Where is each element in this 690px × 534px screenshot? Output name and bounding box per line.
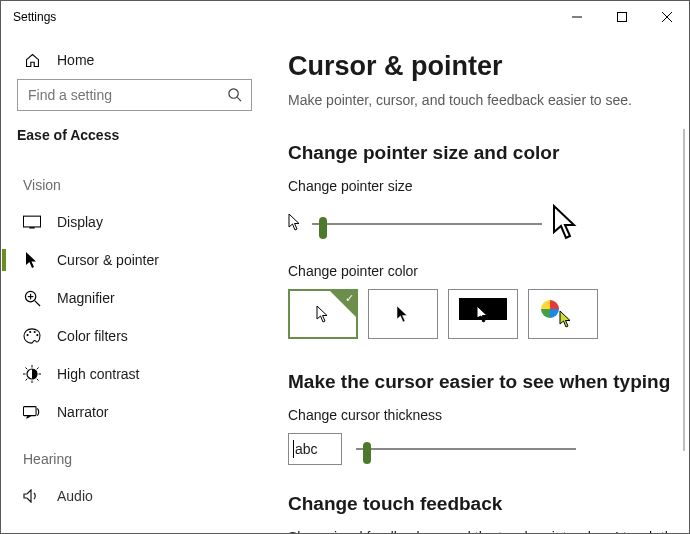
sidebar-item-highcontrast[interactable]: High contrast <box>1 355 268 393</box>
sidebar-item-cursor[interactable]: Cursor & pointer <box>1 241 268 279</box>
svg-rect-1 <box>617 13 626 22</box>
cursor-preview: abc <box>288 433 342 465</box>
check-icon: ✓ <box>345 292 354 305</box>
cursor-icon <box>23 251 41 269</box>
group-hearing: Hearing <box>1 431 268 477</box>
label-cursor-thickness: Change cursor thickness <box>288 407 689 423</box>
section-typing: Make the cursor easier to see when typin… <box>288 371 689 393</box>
titlebar: Settings <box>1 1 689 33</box>
touch-description: Show visual feedback around the touch po… <box>288 529 689 533</box>
search-wrap <box>17 79 252 111</box>
pointer-size-slider[interactable] <box>312 212 542 236</box>
maximize-button[interactable] <box>599 1 644 33</box>
svg-line-24 <box>26 379 28 381</box>
label-pointer-size: Change pointer size <box>288 178 689 194</box>
search-input[interactable] <box>17 79 252 111</box>
svg-point-15 <box>36 334 38 336</box>
palette-icon <box>23 327 41 345</box>
sidebar-item-label: Narrator <box>57 404 108 420</box>
context-heading: Ease of Access <box>1 125 268 157</box>
maximize-icon <box>617 12 627 22</box>
pointer-color-black[interactable] <box>368 289 438 339</box>
audio-icon <box>23 487 41 505</box>
home-label: Home <box>57 52 94 68</box>
sidebar: Home Ease of Access Vision Display <box>1 33 268 533</box>
label-pointer-color: Change pointer color <box>288 263 689 279</box>
svg-point-13 <box>29 331 31 333</box>
high-contrast-icon <box>23 365 41 383</box>
section-size-color: Change pointer size and color <box>288 142 689 164</box>
svg-point-14 <box>34 331 36 333</box>
svg-point-12 <box>26 334 28 336</box>
svg-line-23 <box>37 368 39 370</box>
sidebar-item-audio[interactable]: Audio <box>1 477 268 507</box>
svg-rect-25 <box>23 407 36 416</box>
sidebar-item-label: Display <box>57 214 103 230</box>
sidebar-item-label: Cursor & pointer <box>57 252 159 268</box>
sidebar-item-narrator[interactable]: Narrator <box>1 393 268 431</box>
content-scrollbar[interactable] <box>683 129 685 451</box>
sidebar-item-colorfilters[interactable]: Color filters <box>1 317 268 355</box>
sidebar-item-label: Audio <box>57 488 93 504</box>
window-controls <box>554 1 689 33</box>
svg-line-11 <box>34 300 39 305</box>
cursor-thickness-row: abc <box>288 433 689 465</box>
small-cursor-icon <box>288 213 302 234</box>
close-button[interactable] <box>644 1 689 33</box>
slider-track <box>312 223 542 225</box>
body: Home Ease of Access Vision Display <box>1 33 689 533</box>
home-icon <box>23 51 41 69</box>
close-icon <box>662 12 672 22</box>
sidebar-item-label: Magnifier <box>57 290 115 306</box>
text-caret <box>293 440 294 458</box>
svg-line-21 <box>26 368 28 370</box>
narrator-icon <box>23 403 41 421</box>
pointer-color-options: ✓ <box>288 289 689 339</box>
section-touch: Change touch feedback <box>288 493 689 515</box>
magnifier-icon <box>23 289 41 307</box>
slider-track <box>356 448 576 450</box>
cursor-preview-text: abc <box>295 441 318 457</box>
pointer-color-white[interactable]: ✓ <box>288 289 358 339</box>
sidebar-item-magnifier[interactable]: Magnifier <box>1 279 268 317</box>
page-subtitle: Make pointer, cursor, and touch feedback… <box>288 92 689 108</box>
display-icon <box>23 213 41 231</box>
minimize-button[interactable] <box>554 1 599 33</box>
settings-window: Settings Home <box>0 0 690 534</box>
svg-line-22 <box>37 379 39 381</box>
group-vision: Vision <box>1 157 268 203</box>
pointer-color-custom[interactable] <box>528 289 598 339</box>
minimize-icon <box>572 12 582 22</box>
sidebar-item-label: High contrast <box>57 366 139 382</box>
content: Cursor & pointer Make pointer, cursor, a… <box>268 33 689 533</box>
window-title: Settings <box>13 10 56 24</box>
slider-thumb[interactable] <box>363 442 371 464</box>
svg-rect-6 <box>23 216 40 227</box>
cursor-thickness-slider[interactable] <box>356 437 576 461</box>
slider-thumb[interactable] <box>319 217 327 239</box>
page-title: Cursor & pointer <box>288 51 689 82</box>
pointer-color-inverted[interactable] <box>448 289 518 339</box>
home-button[interactable]: Home <box>1 45 268 79</box>
large-cursor-icon <box>552 204 580 243</box>
sidebar-item-label: Color filters <box>57 328 128 344</box>
pointer-size-row <box>288 204 689 243</box>
sidebar-item-display[interactable]: Display <box>1 203 268 241</box>
